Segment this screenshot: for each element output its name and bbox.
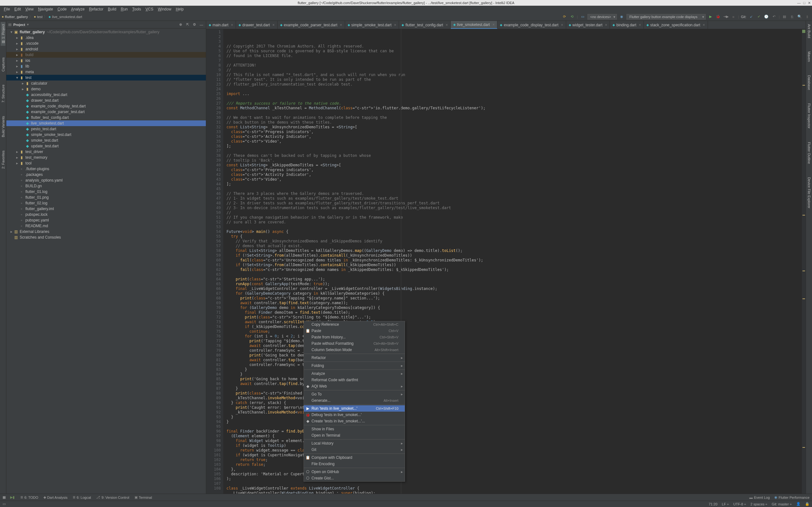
menu-refactor[interactable]: Refactor <box>87 6 105 12</box>
device-selector[interactable]: <no devices> <box>588 14 617 20</box>
tree-folder-src-lib[interactable]: ▸▮lib <box>6 63 206 69</box>
editor-tab-flutter_test_config-dart[interactable]: ◆flutter_test_config.dart× <box>399 21 451 29</box>
ctx-refactor[interactable]: Refactor▸ <box>304 354 405 361</box>
run-config-selector[interactable]: Flutter gallery button example code disp… <box>626 14 706 20</box>
tree-dart-pesto-test-dart[interactable]: ◆pesto_test.dart <box>6 126 206 132</box>
ctx-create-tests-in-live-smoket-[interactable]: ◆Create 'tests in live_smoket...'... <box>304 418 405 424</box>
left-tab--project[interactable]: ▤ 1: Project <box>1 22 5 46</box>
menu-bar[interactable]: FileEditViewNavigateCodeAnalyzeRefactorB… <box>0 6 812 13</box>
search-icon[interactable]: 🔍 <box>797 14 803 20</box>
ctx-git[interactable]: Git▸ <box>304 447 405 453</box>
ctx-open-on-github[interactable]: ⎔Open on GitHub▸ <box>304 469 405 475</box>
right-tool-stripe[interactable]: Ant BuildMavenDatabaseFlutter InspectorF… <box>806 21 812 494</box>
menu-navigate[interactable]: Navigate <box>36 6 55 12</box>
menu-edit[interactable]: Edit <box>12 6 23 12</box>
event-log-button[interactable]: ▬ Event Log <box>749 496 770 499</box>
run-indicator-icon[interactable]: ▶▮ <box>10 495 14 499</box>
editor-tab-example_code_display_test-dart[interactable]: ◆example_code_display_test.dart× <box>497 21 566 29</box>
editor-tab-main-dart[interactable]: ◆main.dart× <box>206 21 236 29</box>
right-tab-flutter-outline[interactable]: Flutter Outline <box>807 140 811 166</box>
tree-dart-drawer-test-dart[interactable]: ◆drawer_test.dart <box>6 98 206 103</box>
tree-folder-meta[interactable]: ▸▮meta <box>6 69 206 75</box>
close-tab-icon[interactable]: × <box>272 23 275 27</box>
tree-file-pubspec-lock[interactable]: ▫pubspec.lock <box>6 212 206 217</box>
attach-icon[interactable]: ⇥▶ <box>723 14 728 20</box>
tree-folder-calculator[interactable]: ▸▮calculator <box>6 80 206 86</box>
tree-folder-test-test[interactable]: ▾▮test <box>6 75 206 80</box>
ctx-run-tests-in-live-smoket-[interactable]: ▶Run 'tests in live_smoket...'Ctrl+Shift… <box>304 405 405 412</box>
left-tab--favorites[interactable]: 2: Favorites <box>1 149 5 170</box>
ctx-reformat-code-with-dartfmt[interactable]: Reformat Code with dartfmt <box>304 377 405 383</box>
ctx-analyze[interactable]: Analyze▸ <box>304 371 405 377</box>
stop-icon[interactable]: ■ <box>730 14 736 20</box>
tree-dart-example-code-parser-test-dart[interactable]: ◆example_code_parser_test.dart <box>6 109 206 115</box>
ctx-show-in-files[interactable]: Show in Files <box>304 426 405 432</box>
ctx-aqi-web[interactable]: ◆AQI Web▸ <box>304 383 405 389</box>
right-tab-ant-build[interactable]: Ant Build <box>807 22 811 40</box>
right-tab-flutter-inspector[interactable]: Flutter Inspector <box>807 101 811 130</box>
tree-folder--vscode[interactable]: ▸▮.vscode <box>6 41 206 46</box>
editor-tabs[interactable]: ◆main.dart×◆drawer_test.dart×◆example_co… <box>206 21 806 29</box>
tool-windows-toggle-icon[interactable]: ▦ <box>3 495 6 499</box>
messages-icon[interactable]: ▭ <box>3 502 6 506</box>
left-tab-build-variants[interactable]: Build Variants <box>1 114 5 139</box>
breadcrumb-file[interactable]: live_smoketest.dart <box>52 15 82 19</box>
menu-help[interactable]: Help <box>174 6 186 12</box>
sdk-icon[interactable]: ⎘ <box>789 14 795 20</box>
breadcrumb-folder[interactable]: test <box>37 15 43 19</box>
close-tab-icon[interactable]: × <box>340 23 342 27</box>
file-encoding[interactable]: UTF-8 ÷ <box>733 502 746 506</box>
editor-tab-live_smoketest-dart[interactable]: ◆live_smoketest.dart× <box>451 21 497 29</box>
editor-tab-binding-dart[interactable]: ◆binding.dart× <box>610 21 644 29</box>
close-tab-icon[interactable]: × <box>394 23 396 27</box>
ctx-open-in-terminal[interactable]: Open in Terminal <box>304 432 405 439</box>
ctx-column-selection-mode[interactable]: Column Selection ModeAlt+Shift+Insert <box>304 347 405 353</box>
tree-file-flutter-01-log[interactable]: ▫flutter_01.log <box>6 189 206 194</box>
run-icon[interactable]: ▶ <box>708 14 713 20</box>
ctx-paste-without-formatting[interactable]: Paste without FormattingCtrl+Alt+Shift+V <box>304 340 405 347</box>
tree-scratch-scratches-and-consoles[interactable]: ▥Scratches and Consoles <box>6 234 206 240</box>
vcs-history-icon[interactable]: 🕓 <box>763 14 769 20</box>
tree-root-flutter-gallery[interactable]: ▾▣flutter_gallery ~/Code/github.com/Dave… <box>6 29 206 35</box>
tree-file-analysis-options-yaml[interactable]: ▫analysis_options.yaml <box>6 177 206 183</box>
project-tree[interactable]: ▾▣flutter_gallery ~/Code/github.com/Dave… <box>6 29 206 494</box>
ctx-create-gist-[interactable]: ⎔Create Gist... <box>304 475 405 481</box>
tree-dart-smoke-test-dart[interactable]: ◆smoke_test.dart <box>6 137 206 143</box>
tree-file-flutter-01-png[interactable]: ▫flutter_01.png <box>6 194 206 200</box>
tree-file--packages[interactable]: ▫.packages <box>6 172 206 177</box>
menu-window[interactable]: Window <box>156 6 173 12</box>
tree-file-build-gn[interactable]: ▫BUILD.gn <box>6 183 206 189</box>
git-branch[interactable]: Git: master ÷ <box>772 502 792 506</box>
flutter-hot-restart-icon[interactable]: ⟲ <box>569 14 575 20</box>
menu-build[interactable]: Build <box>106 6 118 12</box>
right-tab-device-file-explorer[interactable]: Device File Explorer <box>807 175 811 210</box>
bottom-tool-tabs[interactable]: ≣ 6: TODO◆ Dart Analysis≣ 6: Logcat⎇ 9: … <box>19 495 153 500</box>
close-tab-icon[interactable]: × <box>231 23 233 27</box>
line-separator[interactable]: LF ÷ <box>722 502 729 506</box>
error-stripe[interactable] <box>802 29 806 494</box>
tree-file-pubspec-yaml[interactable]: ▫pubspec.yaml <box>6 217 206 223</box>
left-tab--structure[interactable]: 7: Structure <box>1 83 5 105</box>
menu-code[interactable]: Code <box>55 6 68 12</box>
breadcrumb[interactable]: ■ flutter_gallery 〉 ■ test 〉 ◆ live_smok… <box>2 14 82 19</box>
scroll-from-source-icon[interactable]: ⊕ <box>178 22 183 26</box>
indent-setting[interactable]: 2 spaces ÷ <box>751 502 767 506</box>
editor-tab-example_code_parser_test-dart[interactable]: ◆example_code_parser_test.dart× <box>277 21 345 29</box>
tree-folder--idea[interactable]: ▸▮.idea <box>6 35 206 41</box>
bottom-tab-dart-analysis[interactable]: ◆ Dart Analysis <box>42 495 69 500</box>
gear-icon[interactable]: ⚙ <box>192 22 197 26</box>
bottom-tab-todo[interactable]: ≣ 6: TODO <box>19 495 40 500</box>
ctx-paste-from-history-[interactable]: Paste from History...Ctrl+Shift+V <box>304 334 405 340</box>
close-tab-icon[interactable]: × <box>703 23 705 27</box>
ctx-local-history[interactable]: Local History▸ <box>304 440 405 447</box>
tree-build-build[interactable]: ▸▮build <box>6 52 206 58</box>
close-tab-icon[interactable]: × <box>639 23 641 27</box>
right-tab-database[interactable]: Database <box>807 73 811 92</box>
menu-view[interactable]: View <box>23 6 36 12</box>
menu-analyze[interactable]: Analyze <box>69 6 87 12</box>
close-tab-icon[interactable]: × <box>492 22 495 27</box>
project-panel-header[interactable]: ▤ Project ▾ ⊕ ⇱ ⚙ — <box>6 21 206 29</box>
flutter-hot-reload-icon[interactable]: ⟳ <box>562 14 567 20</box>
tree-dart-example-code-display-test-dart[interactable]: ◆example_code_display_test.dart <box>6 103 206 109</box>
window-controls[interactable]: — □ ✕ <box>797 0 811 6</box>
